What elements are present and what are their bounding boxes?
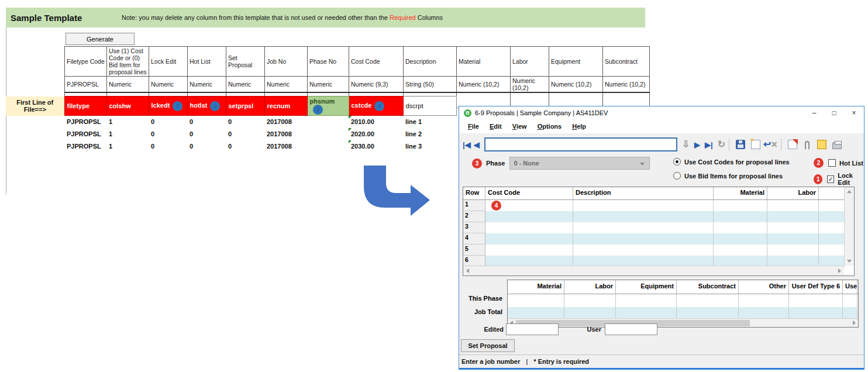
maximize-button[interactable]: □: [824, 106, 844, 119]
lock-edit-checkbox[interactable]: ✓: [827, 175, 834, 183]
menu-view[interactable]: View: [507, 123, 532, 130]
grid-cell[interactable]: [485, 244, 573, 256]
close-button[interactable]: ×: [844, 106, 864, 119]
set-proposal-button[interactable]: Set Proposal: [461, 339, 515, 352]
print-icon[interactable]: [832, 142, 842, 149]
field-cell-lckedt: lckedt1: [149, 97, 187, 116]
data-cell: 0: [187, 128, 226, 140]
grid-header-description: Description: [573, 187, 714, 199]
grid-row-header[interactable]: 4: [463, 233, 485, 244]
grid-cell[interactable]: [714, 233, 767, 244]
grid-cell[interactable]: [714, 244, 767, 256]
refresh-icon[interactable]: ↻: [718, 140, 725, 149]
grid-row[interactable]: 4: [463, 233, 854, 244]
grid-cell[interactable]: [819, 211, 845, 222]
attachment-icon[interactable]: [805, 141, 810, 149]
scroll-left-icon[interactable]: [466, 268, 469, 273]
callout-2-badge: 2: [814, 158, 824, 168]
scroll-down-icon[interactable]: [847, 260, 852, 263]
menu-edit[interactable]: Edit: [484, 123, 507, 130]
grid-cell[interactable]: 4: [485, 200, 573, 211]
use-cost-codes-radio[interactable]: [673, 158, 681, 166]
grid-header-material: Material: [714, 187, 767, 199]
grid-cell[interactable]: [819, 222, 845, 233]
menu-help[interactable]: Help: [567, 123, 591, 130]
grid-cell[interactable]: [573, 244, 714, 256]
edit-icon[interactable]: [788, 140, 797, 149]
phase-label: Phase: [486, 160, 505, 167]
totals-cell: [789, 294, 843, 307]
scroll-right-icon[interactable]: [853, 321, 856, 325]
toolbar: |◀◀⇩▶▶|↻↩×: [459, 133, 864, 156]
template-type-cell: Numeric: [149, 77, 188, 93]
template-title: Sample Template: [6, 13, 122, 23]
template-type-cell: Numeric: [226, 77, 265, 93]
grid-horizontal-scrollbar[interactable]: [463, 266, 844, 275]
window-title: 6-9 Proposals | Sample Company | AS411DE…: [475, 109, 608, 116]
grid-header-cost-code: Cost Code: [485, 187, 573, 199]
grid-row-header[interactable]: 1: [463, 200, 485, 211]
grid-cell[interactable]: [714, 222, 767, 233]
data-cell: [307, 116, 349, 128]
job-number-input[interactable]: [484, 137, 677, 151]
edited-field[interactable]: [506, 323, 559, 335]
template-column-header: Job No: [265, 47, 308, 77]
menu-file[interactable]: File: [463, 123, 484, 130]
grid-cell[interactable]: [767, 200, 819, 211]
edited-row: Edited: [477, 323, 559, 335]
template-column-header: Material: [457, 47, 511, 77]
grid-cell[interactable]: [767, 244, 819, 256]
status-message: Enter a job number: [461, 358, 520, 365]
undo-icon[interactable]: ↩: [763, 140, 771, 149]
scroll-right-icon[interactable]: [838, 268, 841, 273]
grid-cell[interactable]: [573, 233, 714, 244]
grid-cell[interactable]: [819, 200, 845, 211]
next-record-icon[interactable]: ▶: [694, 141, 700, 149]
totals-horizontal-scrollbar[interactable]: [508, 318, 858, 327]
data-cell: 2017008: [264, 140, 307, 153]
grid-cell[interactable]: [819, 233, 845, 244]
delete-icon[interactable]: ×: [771, 139, 778, 150]
menu-options[interactable]: Options: [532, 123, 567, 130]
grid-row[interactable]: 3: [463, 222, 854, 233]
new-record-icon[interactable]: [751, 140, 760, 149]
grid-cell[interactable]: [485, 233, 573, 244]
phase-dropdown[interactable]: 0 - None: [509, 157, 650, 170]
grid-row-header[interactable]: 2: [463, 211, 485, 222]
save-icon[interactable]: [736, 140, 745, 149]
grid-row[interactable]: 2: [463, 211, 854, 222]
previous-record-icon[interactable]: ◀: [474, 141, 480, 149]
template-type-cell: Numeric: [265, 77, 308, 93]
this-phase-label: This Phase: [461, 295, 502, 302]
note-icon[interactable]: [817, 140, 826, 149]
goto-icon[interactable]: ⇩: [682, 140, 690, 149]
grid-cell[interactable]: [767, 211, 819, 222]
generate-button[interactable]: Generate: [66, 33, 135, 45]
lock-edit-label: Lock Edit: [838, 172, 864, 186]
grid-cell[interactable]: [573, 200, 714, 211]
hot-list-checkbox[interactable]: [828, 159, 836, 167]
grid-cell[interactable]: [767, 222, 819, 233]
scroll-up-icon[interactable]: [847, 190, 852, 193]
use-bid-items-radio[interactable]: [673, 172, 681, 180]
grid-cell[interactable]: [819, 244, 845, 256]
last-record-icon[interactable]: ▶|: [705, 141, 713, 149]
grid-row[interactable]: 5: [463, 244, 854, 256]
grid-cell[interactable]: [573, 222, 714, 233]
totals-header-other: Other: [739, 280, 789, 294]
grid-vertical-scrollbar[interactable]: [844, 187, 854, 266]
grid-row-header[interactable]: 5: [463, 244, 485, 256]
grid-row[interactable]: 14: [463, 200, 854, 211]
first-record-icon[interactable]: |◀: [463, 141, 471, 149]
grid-cell[interactable]: [714, 211, 767, 222]
grid-cell[interactable]: [767, 233, 819, 244]
grid-row-header[interactable]: 3: [463, 222, 485, 233]
grid-cell[interactable]: [573, 211, 714, 222]
title-bar: B 6-9 Proposals | Sample Company | AS411…: [459, 106, 864, 119]
minimize-button[interactable]: –: [804, 106, 824, 119]
grid-cell[interactable]: [485, 211, 573, 222]
grid-cell[interactable]: [485, 222, 573, 233]
user-field[interactable]: [605, 323, 657, 335]
template-type-cell: String (50): [404, 77, 457, 93]
grid-cell[interactable]: [714, 200, 767, 211]
